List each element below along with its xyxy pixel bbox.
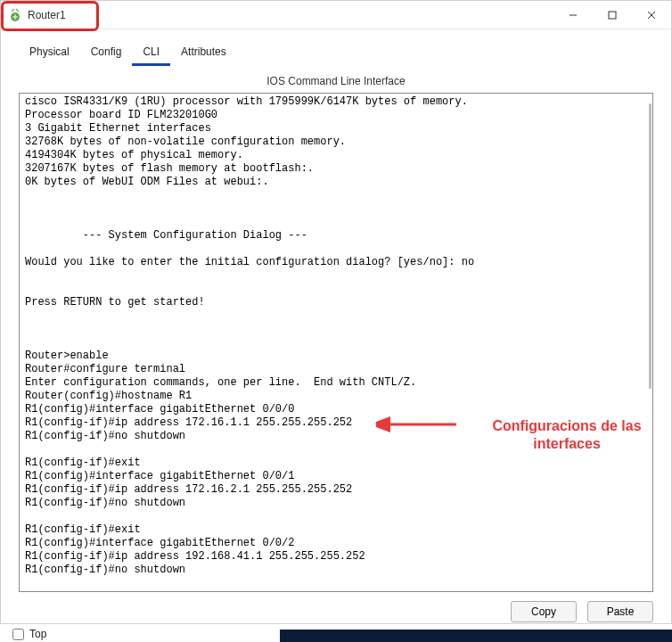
router-icon [8,8,22,22]
scrollbar-thumb[interactable] [649,103,652,389]
maximize-button[interactable] [593,1,632,29]
top-label: Top [29,628,46,640]
tab-physical[interactable]: Physical [19,42,80,66]
titlebar: Router1 [1,1,671,29]
paste-button[interactable]: Paste [587,601,653,622]
terminal-container: cisco ISR4331/K9 (1RU) processor with 17… [19,93,653,592]
background-strip [280,630,672,642]
svg-rect-2 [609,12,616,19]
app-window: Router1 Physical Config CLI Attributes I… [0,0,672,624]
close-button[interactable] [632,1,671,29]
tab-cli[interactable]: CLI [132,42,170,66]
titlebar-left: Router1 [8,8,66,22]
terminal-output[interactable]: cisco ISR4331/K9 (1RU) processor with 17… [20,94,652,591]
footer-top-option: Top [12,628,46,640]
copy-button[interactable]: Copy [511,601,577,622]
tab-bar: Physical Config CLI Attributes [1,29,671,66]
window-controls [553,1,671,29]
window-title: Router1 [28,9,66,21]
button-row: Copy Paste [1,592,671,631]
tab-attributes[interactable]: Attributes [170,42,237,66]
top-checkbox[interactable] [12,629,24,640]
cli-header-label: IOS Command Line Interface [1,66,671,93]
minimize-button[interactable] [553,1,593,29]
tab-config[interactable]: Config [80,42,133,66]
scrollbar-track[interactable] [646,95,652,590]
